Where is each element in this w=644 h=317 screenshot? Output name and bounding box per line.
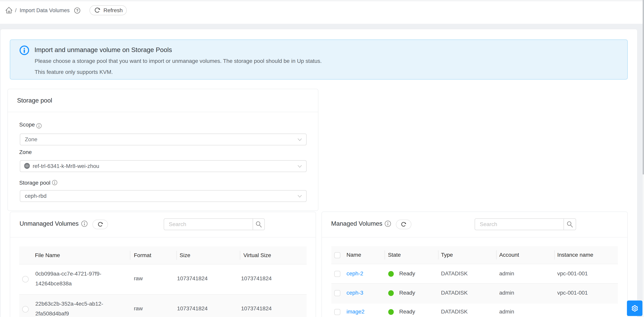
svg-text:?: ?	[76, 9, 78, 13]
